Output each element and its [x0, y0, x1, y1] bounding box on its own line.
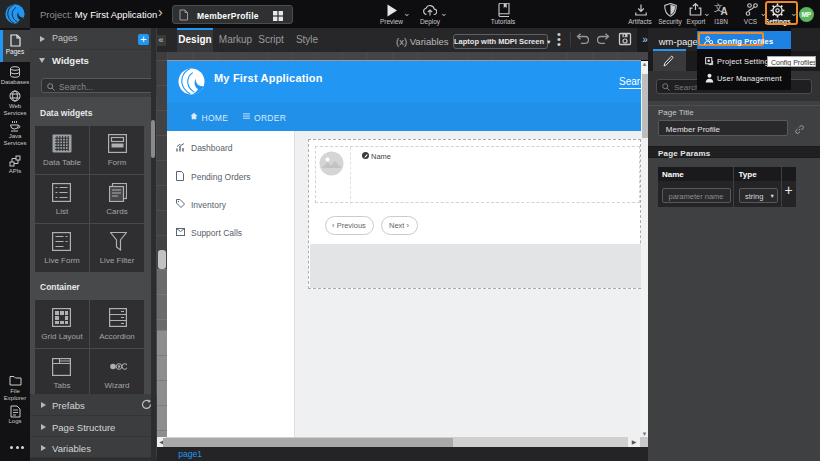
svg-text:A: A [721, 6, 728, 16]
